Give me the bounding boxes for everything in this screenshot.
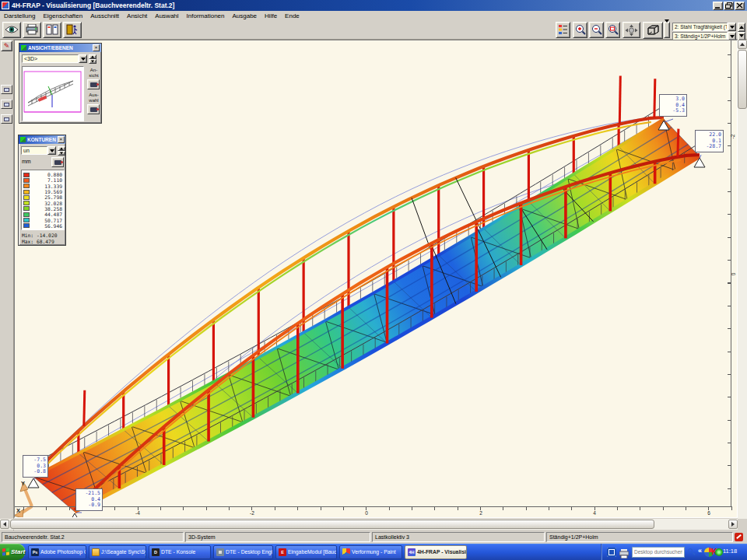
taskbar: Start Ps Adobe Photoshop CS3 E... J:\Sea… [0, 544, 747, 560]
taskbar-4hfrap-active[interactable]: 4H 4H-FRAP - Visualisier... [405, 545, 467, 559]
windows-button[interactable] [43, 22, 61, 38]
taskbar-dte-desktop[interactable]: DTE - Desktop Engineeri... [213, 545, 273, 559]
tray-dte-icon[interactable] [607, 548, 616, 557]
contour-legend: 0.880 7.110 13.339 19.569 25.798 32.028 … [21, 170, 65, 230]
view-cube-dropdown[interactable] [664, 22, 670, 38]
menu-bar: Darstellung Eigenschaften Ausschnitt Ans… [0, 11, 747, 21]
print-button[interactable] [23, 22, 41, 38]
windows-flag-icon [2, 548, 9, 556]
node-result-annotation: -7.50.3-0.8 [23, 455, 48, 478]
tray-chevron-icon[interactable]: « [698, 547, 702, 555]
collapsed-panel-2[interactable] [1, 100, 12, 109]
search-icon[interactable] [686, 547, 696, 557]
quantity-combobox[interactable]: un [21, 146, 56, 155]
quantity-spin-down[interactable] [58, 151, 65, 156]
tray-printer-icon[interactable] [619, 548, 629, 557]
quantity-spinner[interactable] [58, 146, 65, 156]
calculation-combobox[interactable]: 2: Stahl Tragfähigkeit (Th. 2. O [672, 23, 736, 31]
desktop-search-input[interactable] [632, 547, 685, 558]
view-combobox-value: <3D> [22, 54, 79, 63]
view-combo-arrow-icon[interactable] [79, 54, 87, 63]
zoom-in-button[interactable] [573, 22, 587, 38]
zoom-out-button[interactable] [589, 22, 604, 38]
v-scroll-thumb[interactable] [738, 50, 747, 109]
legend-color-chip [23, 184, 30, 188]
minimize-button[interactable] [713, 2, 723, 10]
spinner-up-icon[interactable] [738, 23, 745, 32]
menu-eigenschaften[interactable]: Eigenschaften [39, 12, 86, 19]
edit-tool-button[interactable]: ✎ [1, 40, 12, 51]
scroll-left-icon[interactable] [0, 520, 9, 529]
ansicht-apply-button[interactable] [87, 79, 100, 89]
collapsed-panel-3[interactable] [1, 114, 12, 124]
menu-ausgabe[interactable]: Ausgabe [228, 12, 261, 19]
frap-icon: 4H [408, 548, 416, 556]
menu-hilfe[interactable]: Hilfe [261, 12, 281, 19]
legend-color-chip [23, 201, 30, 205]
v-ruler-label: -2 [731, 135, 736, 139]
legend-color-chip [23, 195, 30, 200]
konturen-panel-titlebar[interactable]: KONTUREN × [19, 135, 65, 144]
vertical-scrollbar[interactable] [738, 40, 747, 530]
taskbar-photoshop[interactable]: Ps Adobe Photoshop CS3 E... [28, 545, 86, 559]
quantity-combobox-value: un [21, 146, 47, 155]
view-combobox[interactable]: <3D> [22, 54, 87, 63]
side-toolbar: ✎ [0, 40, 14, 530]
menu-ausschnitt[interactable]: Ausschnitt [86, 12, 123, 19]
start-button[interactable]: Start [0, 544, 25, 560]
taskbar-explorer[interactable]: J:\Seagate Sync\SyncRe... [89, 545, 146, 559]
pan-control[interactable] [622, 22, 640, 38]
panels-icon [44, 24, 61, 35]
h-scroll-thumb[interactable] [10, 520, 654, 529]
taskbar-clock[interactable]: 11:18 [723, 548, 737, 555]
unit-settings-icon [54, 160, 61, 165]
unit-label: mm [22, 159, 31, 164]
taskbar-eingabemodul[interactable]: E EingabeModul [Bauchvee... [275, 545, 337, 559]
loadcase-spinner[interactable] [738, 23, 745, 40]
collapsed-panel-1[interactable] [1, 85, 12, 94]
node-result-annotation: -21.50.4-0.9 [75, 488, 103, 511]
view-preview[interactable] [22, 66, 84, 121]
legend-toggle-button[interactable] [556, 22, 570, 38]
menu-informationen[interactable]: Informationen [183, 12, 229, 19]
quantity-combo-arrow-icon[interactable] [47, 146, 56, 155]
menu-ende[interactable]: Ende [281, 12, 303, 19]
horizontal-scrollbar[interactable] [0, 519, 738, 530]
view-spin-down[interactable] [89, 59, 96, 64]
ansicht-label: An-sicht [86, 68, 101, 78]
close-button[interactable] [735, 2, 745, 10]
calc-combo-arrow-icon[interactable] [728, 23, 736, 31]
restore-button[interactable] [724, 2, 734, 10]
exit-door-icon [64, 24, 81, 35]
konturen-panel-close-icon[interactable]: × [58, 136, 65, 143]
scroll-up-icon[interactable] [738, 40, 747, 49]
drawing-viewport[interactable]: 3.00.4-5.3 22.00.1-28.7 -7.50.3-0.8 -21.… [14, 40, 738, 518]
tray-status-icon[interactable] [715, 548, 723, 556]
window-title: 4H-FRAP - Visualisierung [Bauchveerendel… [12, 2, 174, 9]
auswahl-apply-button[interactable] [87, 104, 100, 114]
legend-color-chip [23, 206, 30, 211]
view-cube-button[interactable] [643, 22, 663, 39]
ansicht-panel-close-icon[interactable]: × [93, 44, 100, 51]
ansicht-panel-titlebar[interactable]: ANSICHT/EBENEN × [19, 44, 101, 52]
taskbar-paint[interactable]: Verformung - Paint [339, 545, 402, 559]
console-icon: D [152, 548, 160, 556]
zoom-window-button[interactable] [605, 22, 620, 38]
status-loadcase: Ständig+1/2P+Holm [546, 532, 733, 542]
status-loadset: Lastkollektiv 3 [372, 532, 545, 542]
eingabe-icon: E [279, 548, 286, 556]
auswahl-label: Aus-wahl [86, 93, 101, 103]
collapsed-panel-2-icon [4, 103, 9, 107]
scroll-right-icon[interactable] [728, 520, 738, 529]
printer-icon [23, 24, 40, 35]
menu-darstellung[interactable]: Darstellung [0, 12, 39, 19]
unit-settings-button[interactable] [51, 157, 64, 167]
menu-ansicht[interactable]: Ansicht [123, 12, 151, 19]
collapsed-panel-1-icon [4, 88, 9, 92]
exit-button[interactable] [63, 22, 82, 38]
panel-icon [21, 45, 26, 51]
view-spinner[interactable] [89, 54, 96, 64]
redraw-button[interactable] [2, 22, 21, 38]
menu-auswahl[interactable]: Auswahl [151, 12, 182, 19]
taskbar-dte-konsole[interactable]: D DTE - Konsole [149, 545, 211, 559]
